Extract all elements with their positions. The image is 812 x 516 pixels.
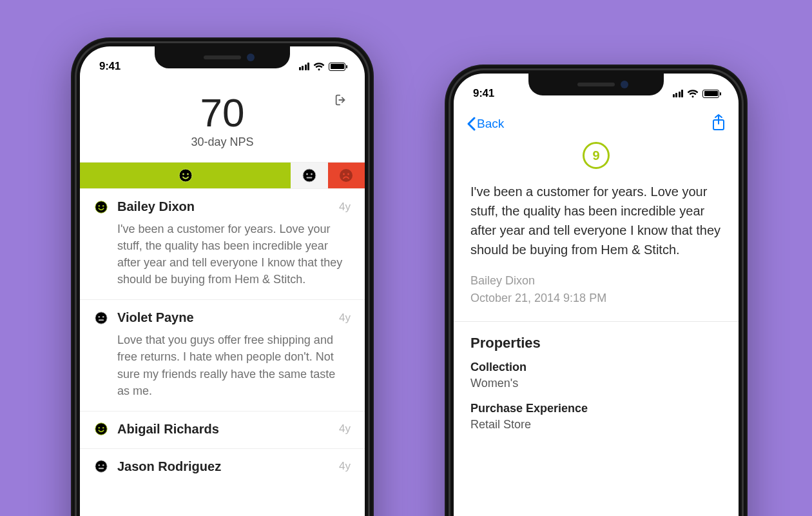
feedback-row[interactable]: Violet Payne 4y Love that you guys offer… bbox=[80, 300, 365, 411]
wifi-icon bbox=[313, 63, 325, 71]
svg-point-22 bbox=[102, 464, 104, 466]
rating-value: 9 bbox=[592, 148, 599, 163]
feedback-author: Abigail Richards bbox=[117, 422, 330, 437]
sentiment-happy-segment[interactable] bbox=[80, 163, 291, 188]
neutral-face-icon bbox=[94, 459, 108, 473]
svg-point-13 bbox=[95, 312, 107, 324]
screen-right: 9:41 Back 9 I've been a customer for yea… bbox=[454, 74, 739, 516]
feedback-age: 4y bbox=[339, 422, 351, 435]
property-value: Women's bbox=[470, 377, 722, 390]
happy-face-icon bbox=[94, 422, 108, 436]
svg-point-19 bbox=[102, 427, 104, 429]
neutral-face-icon bbox=[94, 311, 108, 325]
rating-badge: 9 bbox=[583, 142, 610, 169]
cellular-icon bbox=[673, 90, 684, 97]
happy-face-icon bbox=[178, 168, 193, 183]
device-frame-left: 9:41 70 30-day NPS bbox=[71, 37, 374, 516]
property-row: Purchase Experience Retail Store bbox=[454, 402, 739, 443]
wifi-icon bbox=[687, 90, 699, 98]
svg-point-3 bbox=[303, 169, 316, 182]
back-label: Back bbox=[477, 117, 504, 131]
feedback-age: 4y bbox=[339, 312, 351, 324]
back-button[interactable]: Back bbox=[467, 117, 504, 131]
feedback-list: Bailey Dixon 4y I've been a customer for… bbox=[80, 189, 365, 486]
feedback-row[interactable]: Jason Rodriguez 4y bbox=[80, 449, 365, 486]
svg-point-20 bbox=[95, 461, 107, 472]
feedback-row[interactable]: Abigail Richards 4y bbox=[80, 412, 365, 449]
logout-button[interactable] bbox=[334, 93, 348, 110]
svg-point-12 bbox=[102, 204, 104, 206]
svg-point-14 bbox=[99, 316, 101, 318]
sentiment-neutral-segment[interactable] bbox=[291, 163, 327, 188]
sentiment-bar[interactable] bbox=[80, 162, 365, 189]
property-label: Purchase Experience bbox=[470, 402, 722, 415]
nps-score-label: 30-day NPS bbox=[80, 135, 365, 149]
svg-point-21 bbox=[99, 464, 101, 466]
sad-face-icon bbox=[338, 168, 354, 183]
feedback-row[interactable]: Bailey Dixon 4y I've been a customer for… bbox=[80, 189, 365, 300]
feedback-detail-timestamp: October 21, 2014 9:18 PM bbox=[470, 290, 722, 307]
feedback-author: Violet Payne bbox=[117, 310, 330, 325]
feedback-detail-text: I've been a customer for years. Love you… bbox=[454, 169, 739, 272]
svg-point-17 bbox=[95, 423, 107, 435]
svg-point-1 bbox=[182, 174, 184, 175]
nav-bar: Back bbox=[454, 108, 739, 138]
happy-face-icon bbox=[94, 200, 108, 214]
status-time: 9:41 bbox=[99, 55, 121, 73]
chevron-left-icon bbox=[467, 117, 476, 131]
share-button[interactable] bbox=[711, 114, 726, 134]
svg-point-9 bbox=[347, 174, 349, 175]
battery-icon bbox=[329, 63, 345, 71]
property-row: Collection Women's bbox=[454, 361, 739, 402]
svg-point-2 bbox=[187, 174, 189, 175]
svg-point-0 bbox=[179, 169, 192, 182]
feedback-age: 4y bbox=[339, 201, 351, 213]
logout-icon bbox=[334, 93, 348, 107]
notch bbox=[528, 74, 664, 95]
svg-point-5 bbox=[311, 174, 313, 175]
svg-point-11 bbox=[99, 204, 101, 206]
notch bbox=[155, 46, 290, 68]
feedback-detail-author: Bailey Dixon bbox=[470, 272, 722, 290]
svg-point-7 bbox=[340, 169, 353, 182]
feedback-text: Love that you guys offer free shipping a… bbox=[117, 332, 351, 399]
feedback-author: Bailey Dixon bbox=[117, 199, 330, 214]
cellular-icon bbox=[299, 63, 310, 70]
svg-point-18 bbox=[99, 427, 101, 429]
svg-point-4 bbox=[306, 174, 308, 175]
neutral-face-icon bbox=[302, 168, 317, 183]
svg-point-10 bbox=[95, 201, 107, 212]
feedback-author: Jason Rodriguez bbox=[117, 459, 330, 474]
properties-heading: Properties bbox=[454, 322, 739, 361]
feedback-text: I've been a customer for years. Love you… bbox=[117, 221, 351, 288]
feedback-detail-meta: Bailey Dixon October 21, 2014 9:18 PM bbox=[454, 272, 739, 321]
nps-score: 70 bbox=[80, 93, 365, 133]
feedback-age: 4y bbox=[339, 460, 351, 473]
property-label: Collection bbox=[470, 361, 722, 374]
screen-left: 9:41 70 30-day NPS bbox=[80, 46, 365, 516]
battery-icon bbox=[702, 90, 719, 98]
sentiment-sad-segment[interactable] bbox=[328, 163, 365, 188]
property-value: Retail Store bbox=[470, 418, 722, 432]
device-frame-right: 9:41 Back 9 I've been a customer for yea… bbox=[445, 64, 748, 516]
status-time: 9:41 bbox=[473, 82, 494, 100]
nps-header: 70 30-day NPS bbox=[80, 81, 365, 154]
svg-point-8 bbox=[343, 174, 345, 175]
share-icon bbox=[711, 114, 726, 132]
svg-point-15 bbox=[102, 316, 104, 318]
